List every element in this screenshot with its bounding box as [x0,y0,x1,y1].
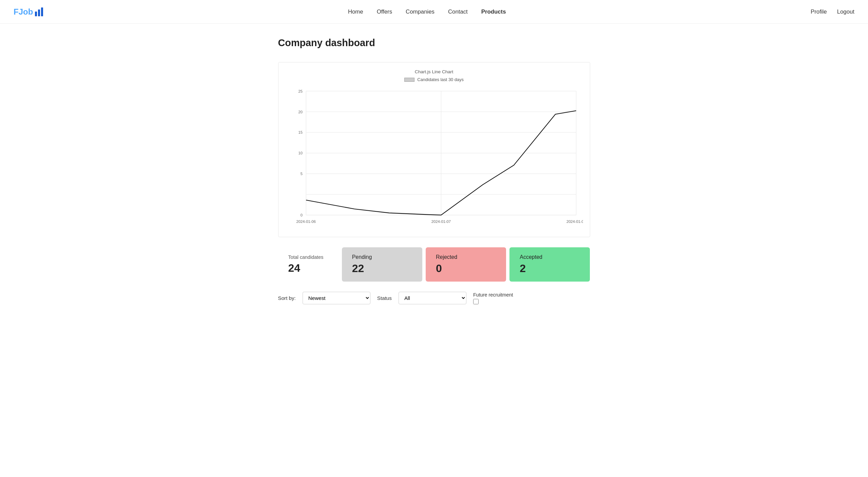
nav-link-home[interactable]: Home [348,8,363,15]
accepted-value: 2 [520,262,580,275]
page-title: Company dashboard [278,37,590,49]
sort-label: Sort by: [278,295,296,301]
chart-area: 25 20 15 10 5 0 2024-01-06 2024-01-07 20… [285,88,583,230]
main-content: Company dashboard Chart.js Line Chart Ca… [271,24,597,318]
future-recruitment-group: Future recruitment [473,292,513,304]
chart-title: Chart.js Line Chart [285,69,583,74]
brand-icon [35,7,43,16]
nav-link-contact[interactable]: Contact [448,8,468,15]
svg-text:15: 15 [298,130,302,134]
chart-container: Chart.js Line Chart Candidates last 30 d… [278,62,590,237]
stat-pending: Pending 22 [342,247,422,282]
legend-color-box [404,78,414,82]
nav-item-companies[interactable]: Companies [406,8,435,15]
svg-text:25: 25 [298,89,302,93]
svg-text:5: 5 [300,172,302,176]
svg-text:2024-01-06: 2024-01-06 [296,220,315,224]
nav-logout-link[interactable]: Logout [837,8,854,15]
future-rec-label: Future recruitment [473,292,513,298]
nav-item-contact[interactable]: Contact [448,8,468,15]
total-value: 24 [288,262,328,274]
chart-legend: Candidates last 30 days [285,77,583,82]
brand-logo[interactable]: FJob [14,7,43,17]
rejected-label: Rejected [436,254,496,260]
accepted-label: Accepted [520,254,580,260]
stat-rejected: Rejected 0 [426,247,506,282]
navbar: FJob Home Offers Companies Contact Produ… [0,0,868,24]
filters-row: Sort by: Newest Oldest Status All Pendin… [278,292,590,304]
nav-item-home[interactable]: Home [348,8,363,15]
bar-icon-2 [38,9,40,16]
sort-select[interactable]: Newest Oldest [303,292,370,304]
svg-text:2024-01-08: 2024-01-08 [566,220,583,224]
nav-menu: Home Offers Companies Contact Products [348,8,506,15]
future-rec-checkbox[interactable] [473,299,479,304]
pending-label: Pending [352,254,412,260]
brand-name: FJob [14,7,33,17]
legend-label: Candidates last 30 days [417,77,464,82]
pending-value: 22 [352,262,412,275]
status-select[interactable]: All Pending Accepted Rejected [399,292,466,304]
bar-icon-3 [41,7,43,16]
stats-row: Total candidates 24 Pending 22 Rejected … [278,247,590,282]
stat-accepted: Accepted 2 [509,247,590,282]
chart-svg: 25 20 15 10 5 0 2024-01-06 2024-01-07 20… [285,88,583,230]
rejected-value: 0 [436,262,496,275]
nav-link-offers[interactable]: Offers [377,8,392,15]
svg-text:2024-01-07: 2024-01-07 [431,220,450,224]
nav-item-products[interactable]: Products [481,8,506,15]
nav-right: Profile Logout [811,8,854,15]
total-label: Total candidates [288,254,328,260]
svg-text:0: 0 [300,213,302,217]
nav-profile-link[interactable]: Profile [811,8,827,15]
svg-text:20: 20 [298,110,302,114]
status-label: Status [377,295,392,301]
svg-text:10: 10 [298,151,302,155]
bar-icon-1 [35,12,37,16]
nav-item-offers[interactable]: Offers [377,8,392,15]
nav-link-products[interactable]: Products [481,8,506,15]
nav-link-companies[interactable]: Companies [406,8,435,15]
stat-total-candidates: Total candidates 24 [278,248,339,281]
